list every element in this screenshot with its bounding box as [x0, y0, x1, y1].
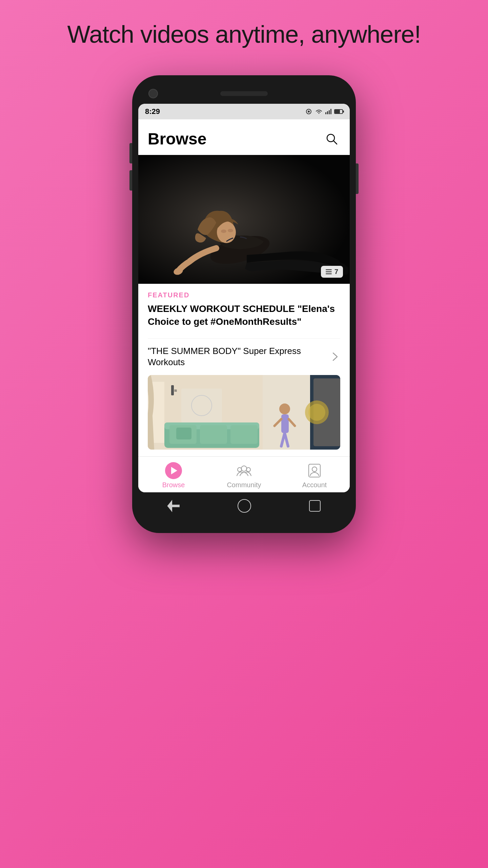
- phone-home-bar: [138, 492, 350, 516]
- svg-point-38: [308, 404, 325, 421]
- app-status-icon: [305, 109, 312, 114]
- phone-speaker: [220, 91, 268, 96]
- workout-thumbnail-image: ≋: [148, 375, 340, 450]
- svg-rect-21: [181, 389, 222, 422]
- account-tab-label: Account: [302, 481, 327, 489]
- search-icon: [325, 133, 338, 145]
- section-row[interactable]: "THE SUMMER BODY" Super Express Workouts: [148, 338, 340, 375]
- svg-line-7: [333, 141, 337, 144]
- featured-image-container[interactable]: 7: [138, 155, 350, 284]
- content-area: FEATURED WEEKLY WORKOUT SCHEDULE "Elena'…: [138, 291, 350, 450]
- svg-line-32: [289, 419, 295, 426]
- svg-rect-26: [200, 425, 227, 444]
- svg-rect-19: [171, 385, 174, 395]
- phone-screen: 8:29: [138, 104, 350, 492]
- app-header: Browse: [138, 119, 350, 155]
- account-tab-icon-wrap: [306, 462, 323, 479]
- svg-rect-3: [327, 111, 328, 114]
- browse-title: Browse: [148, 130, 206, 148]
- svg-line-34: [285, 433, 288, 446]
- battery-icon: [334, 109, 343, 114]
- search-button[interactable]: [323, 131, 340, 147]
- stack-icon: [326, 269, 332, 274]
- svg-rect-30: [281, 414, 289, 433]
- svg-line-31: [274, 419, 281, 426]
- svg-rect-4: [329, 110, 330, 114]
- tab-bar: Browse Community: [138, 456, 350, 492]
- page-tagline: Watch videos anytime, anywhere!: [67, 20, 421, 48]
- svg-rect-27: [230, 425, 258, 444]
- svg-rect-5: [330, 109, 331, 114]
- svg-point-1: [308, 111, 310, 113]
- svg-point-43: [312, 467, 317, 472]
- community-tab-icon-wrap: [236, 462, 252, 479]
- front-camera: [148, 89, 158, 98]
- status-icons: [305, 109, 343, 114]
- tab-browse[interactable]: Browse: [138, 462, 209, 489]
- chevron-right-icon: [330, 352, 340, 362]
- volume-up-button: [129, 143, 132, 163]
- wifi-icon: [315, 109, 323, 114]
- account-icon: [307, 463, 322, 478]
- phone-top-bar: [138, 85, 350, 104]
- svg-point-29: [279, 403, 290, 414]
- community-tab-label: Community: [227, 481, 261, 489]
- svg-point-40: [238, 468, 242, 472]
- status-bar: 8:29: [138, 104, 350, 119]
- signal-icon: [325, 109, 331, 114]
- featured-label: FEATURED: [148, 291, 340, 299]
- browse-active-icon: [165, 462, 182, 479]
- svg-rect-2: [325, 112, 326, 114]
- recents-button[interactable]: [309, 500, 321, 512]
- browse-tab-icon-wrap: [165, 462, 182, 479]
- power-button: [356, 163, 359, 194]
- community-icon: [236, 463, 252, 478]
- status-time: 8:29: [145, 107, 160, 116]
- video-count: 7: [334, 268, 338, 276]
- back-button[interactable]: [167, 500, 180, 512]
- svg-text:≋: ≋: [174, 388, 177, 393]
- svg-point-39: [241, 466, 247, 471]
- volume-down-button: [129, 170, 132, 191]
- section-title: "THE SUMMER BODY" Super Express Workouts: [148, 346, 330, 369]
- svg-point-41: [246, 468, 250, 472]
- browse-tab-label: Browse: [162, 481, 185, 489]
- svg-rect-28: [176, 428, 191, 439]
- play-icon: [171, 467, 177, 474]
- phone-frame: 8:29: [132, 75, 356, 533]
- workout-thumbnail[interactable]: ≋: [148, 375, 340, 450]
- featured-image: [138, 155, 350, 284]
- home-button[interactable]: [238, 499, 251, 513]
- video-count-badge: 7: [321, 266, 343, 278]
- svg-point-12: [221, 230, 226, 233]
- svg-point-13: [228, 229, 233, 232]
- featured-title: WEEKLY WORKOUT SCHEDULE "Elena's Choice …: [148, 302, 340, 328]
- tab-account[interactable]: Account: [279, 462, 350, 489]
- tab-community[interactable]: Community: [209, 462, 279, 489]
